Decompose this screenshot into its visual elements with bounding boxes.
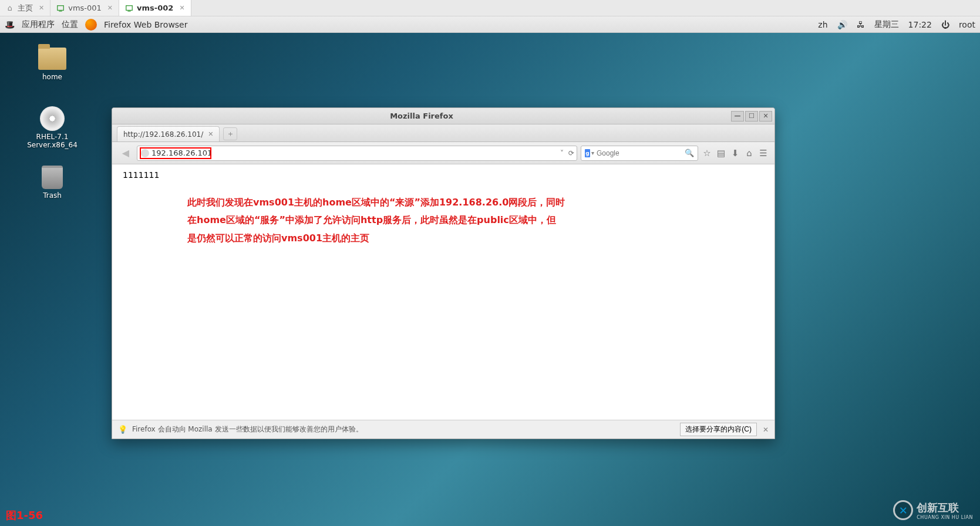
page-body-text: 1111111 <box>123 170 764 180</box>
search-input[interactable] <box>597 149 685 157</box>
annotation-line: 此时我们发现在vms001主机的home区域中的“来源”添加192.168.26… <box>187 194 587 211</box>
tab-label: http://192.168.26.101/ <box>123 130 203 139</box>
minimize-button[interactable]: — <box>731 111 744 122</box>
firefox-toolbar: ◀ 192.168.26.101 ˅ ⟳ g ▾ 🔍 ☆ ▤ ⬇ ⌂ ☰ <box>112 142 774 164</box>
svg-rect-3 <box>127 11 130 11</box>
watermark-en: CHUANG XIN HU LIAN <box>917 515 973 520</box>
annotation-line: 是仍然可以正常的访问vms001主机的主页 <box>187 230 587 247</box>
firefox-icon <box>85 19 97 31</box>
close-icon[interactable]: ✕ <box>107 4 113 12</box>
clock-day[interactable]: 星期三 <box>874 19 899 30</box>
svg-rect-2 <box>126 5 133 10</box>
firefox-titlebar[interactable]: Mozilla Firefox — ☐ ✕ <box>112 108 774 124</box>
firefox-infobar: 💡 Firefox 会自动向 Mozilla 发送一些数据以便我们能够改善您的用… <box>112 420 774 439</box>
downloads-icon[interactable]: ⬇ <box>730 148 740 159</box>
vm-icon <box>125 4 133 12</box>
host-tab-vm1[interactable]: vms-001 ✕ <box>50 0 119 16</box>
dropdown-icon[interactable]: ˅ <box>560 149 564 157</box>
volume-icon[interactable]: 🔊 <box>837 20 847 29</box>
power-icon[interactable]: ⏻ <box>941 20 949 29</box>
page-content: 1111111 此时我们发现在vms001主机的home区域中的“来源”添加19… <box>112 164 774 420</box>
vm-icon <box>56 4 65 12</box>
figure-label: 图1-56 <box>6 508 43 522</box>
bookmarks-list-icon[interactable]: ▤ <box>716 148 726 159</box>
firefox-tabstrip: http://192.168.26.101/ ✕ ＋ <box>112 124 774 142</box>
clock-time[interactable]: 17:22 <box>908 20 932 29</box>
user-name[interactable]: root <box>959 20 975 29</box>
google-icon: g <box>585 149 590 157</box>
icon-label: home <box>26 73 79 81</box>
home-icon: ⌂ <box>6 4 14 12</box>
home-icon[interactable]: ⌂ <box>744 148 755 159</box>
desktop-trash-icon[interactable]: Trash <box>26 166 79 200</box>
icon-label: Trash <box>26 191 79 200</box>
host-tab-label: 主页 <box>18 3 33 14</box>
icon-label: RHEL-7.1 Server.x86_64 <box>26 133 79 149</box>
close-icon[interactable]: ✕ <box>39 4 44 12</box>
watermark-zh: 创新互联 <box>917 501 973 515</box>
places-menu[interactable]: 位置 <box>62 19 78 30</box>
watermark: ✕ 创新互联 CHUANG XIN HU LIAN <box>893 500 973 520</box>
close-button[interactable]: ✕ <box>759 111 772 122</box>
infobar-close-icon[interactable]: ✕ <box>763 426 769 434</box>
bookmark-star-icon[interactable]: ☆ <box>702 148 712 159</box>
input-method[interactable]: zh <box>818 20 827 29</box>
host-tab-label: vms-002 <box>137 4 173 12</box>
apps-menu[interactable]: 应用程序 <box>22 19 55 30</box>
search-icon[interactable]: 🔍 <box>685 149 694 157</box>
redhat-icon: 🎩 <box>5 20 15 29</box>
window-title: Mozilla Firefox <box>390 112 453 120</box>
share-options-button[interactable]: 选择要分享的内容(C) <box>680 423 757 436</box>
lightbulb-icon: 💡 <box>118 425 127 434</box>
reload-icon[interactable]: ⟳ <box>568 149 574 157</box>
active-app-label[interactable]: Firefox Web Browser <box>104 20 188 29</box>
host-tab-label: vms-001 <box>68 4 102 12</box>
watermark-logo: ✕ <box>893 500 913 520</box>
url-text: 192.168.26.101 <box>151 149 212 157</box>
menu-icon[interactable]: ☰ <box>758 148 769 159</box>
firefox-tab[interactable]: http://192.168.26.101/ ✕ <box>117 126 220 141</box>
url-bar[interactable]: 192.168.26.101 ˅ ⟳ <box>137 146 577 161</box>
annotation-line: 在home区域的“服务”中添加了允许访问http服务后，此时虽然是在public… <box>187 211 587 229</box>
maximize-button[interactable]: ☐ <box>745 111 758 122</box>
svg-rect-1 <box>59 11 62 11</box>
host-tab-vm2[interactable]: vms-002 ✕ <box>119 0 191 16</box>
gnome-top-panel: 🎩 应用程序 位置 Firefox Web Browser zh 🔊 🖧 星期三… <box>0 16 980 33</box>
tab-close-icon[interactable]: ✕ <box>208 130 213 138</box>
back-button[interactable]: ◀ <box>118 146 133 161</box>
svg-rect-0 <box>58 5 64 10</box>
new-tab-button[interactable]: ＋ <box>223 127 237 140</box>
status-message: Firefox 会自动向 Mozilla 发送一些数据以便我们能够改善您的用户体… <box>132 424 363 434</box>
network-icon[interactable]: 🖧 <box>857 20 865 29</box>
host-tabs: ⌂ 主页 ✕ vms-001 ✕ vms-002 ✕ <box>0 0 980 16</box>
search-engine-dropdown-icon[interactable]: ▾ <box>591 150 594 156</box>
firefox-window: Mozilla Firefox — ☐ ✕ http://192.168.26.… <box>112 107 775 439</box>
site-identity-icon[interactable] <box>141 149 149 157</box>
desktop-rhel-icon[interactable]: RHEL-7.1 Server.x86_64 <box>26 107 79 149</box>
desktop[interactable]: home RHEL-7.1 Server.x86_64 Trash Mozill… <box>0 33 980 526</box>
search-box[interactable]: g ▾ 🔍 <box>581 146 698 161</box>
close-icon[interactable]: ✕ <box>179 4 184 12</box>
host-tab-home[interactable]: ⌂ 主页 ✕ <box>0 0 50 16</box>
desktop-home-icon[interactable]: home <box>26 47 79 81</box>
annotation-text: 此时我们发现在vms001主机的home区域中的“来源”添加192.168.26… <box>187 194 587 247</box>
